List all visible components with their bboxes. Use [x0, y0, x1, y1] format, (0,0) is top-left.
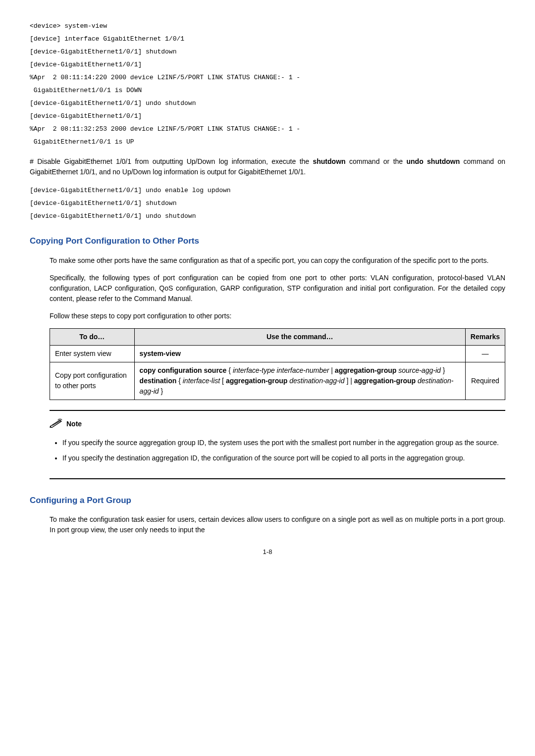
paragraph-copy-intro: To make some other ports have the same c…	[50, 255, 505, 266]
keyword-shutdown: shutdown	[313, 157, 345, 165]
heading-copying-port-config: Copying Port Configuration to Other Port…	[30, 235, 505, 248]
table-row: Enter system view system-view —	[50, 345, 505, 362]
text-fragment: # Disable GigabitEthernet 1/0/1 from out…	[30, 157, 313, 165]
note-bullet-2: If you specify the destination aggregati…	[62, 453, 505, 463]
code-block-1: <device> system-view [device] interface …	[30, 20, 505, 149]
page-number: 1-8	[30, 547, 505, 557]
table-cell-remarks: —	[465, 345, 505, 362]
cmd-punct: {	[226, 366, 232, 374]
note-header: Note	[50, 418, 505, 431]
note-bullet-1: If you specify the source aggregation gr…	[62, 438, 505, 448]
table-header-remarks: Remarks	[465, 328, 505, 345]
paragraph-port-group: To make the configuration task easier fo…	[50, 514, 505, 535]
cmd-param: interface-type interface-number	[233, 366, 329, 374]
cmd-param: source-agg-id	[398, 366, 441, 374]
cmd-keyword: aggregation-group	[226, 377, 287, 385]
table-cell-todo: Copy port configuration to other ports	[50, 362, 135, 400]
table-header-todo: To do…	[50, 328, 135, 345]
note-label: Note	[66, 419, 82, 429]
cmd-punct: [	[220, 377, 226, 385]
table-cell-command: copy configuration source { interface-ty…	[134, 362, 465, 400]
cmd-punct: {	[176, 377, 182, 385]
cmd-keyword: aggregation-group	[354, 377, 416, 385]
heading-port-group: Configuring a Port Group	[30, 494, 505, 507]
command-text: system-view	[140, 350, 181, 357]
text-fragment: command or the	[346, 157, 407, 165]
paragraph-follow-steps: Follow these steps to copy port configur…	[50, 311, 505, 321]
table-cell-remarks: Required	[465, 362, 505, 400]
note-box: Note If you specify the source aggregati…	[50, 410, 505, 479]
paragraph-copy-types: Specifically, the following types of por…	[50, 273, 505, 304]
table-row: Copy port configuration to other ports c…	[50, 362, 505, 400]
cmd-param: destination-agg-id	[289, 377, 344, 385]
keyword-undo-shutdown: undo shutdown	[407, 157, 460, 165]
cmd-punct: |	[329, 366, 334, 374]
config-table: To do… Use the command… Remarks Enter sy…	[50, 328, 505, 400]
cmd-keyword: destination	[140, 377, 177, 385]
cmd-punct: }	[159, 387, 163, 395]
table-cell-command: system-view	[134, 345, 465, 362]
table-cell-todo: Enter system view	[50, 345, 135, 362]
code-block-2: [device-GigabitEthernet1/0/1] undo enabl…	[30, 184, 505, 223]
paragraph-disable-info: # Disable GigabitEthernet 1/0/1 from out…	[30, 156, 505, 177]
table-header-row: To do… Use the command… Remarks	[50, 328, 505, 345]
cmd-keyword: aggregation-group	[335, 366, 396, 374]
table-header-command: Use the command…	[134, 328, 465, 345]
note-icon	[50, 418, 63, 431]
cmd-punct: ] |	[345, 377, 354, 385]
cmd-punct: }	[441, 366, 445, 374]
cmd-keyword: copy configuration source	[140, 366, 227, 374]
cmd-param: interface-list	[183, 377, 220, 385]
note-list: If you specify the source aggregation gr…	[50, 438, 505, 463]
